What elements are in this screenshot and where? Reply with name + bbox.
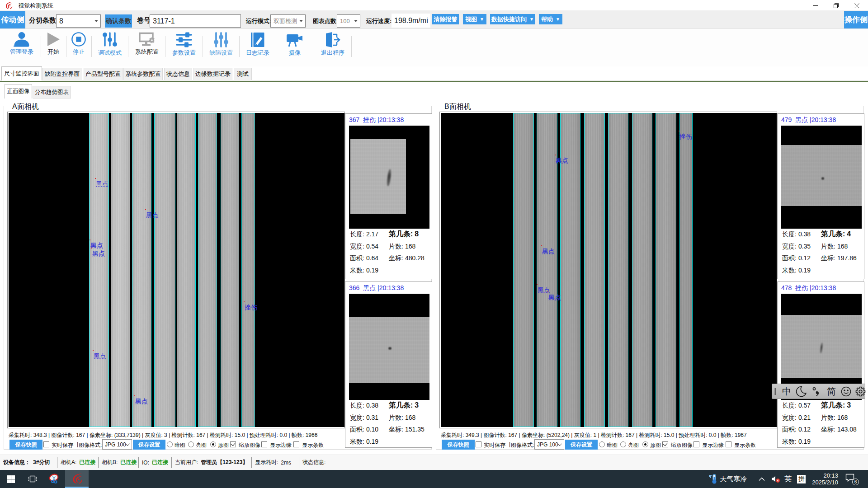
chart-points-select[interactable]: 100 [337,14,360,28]
defect-card-header: 479 黑点 |20:13:38 [781,116,836,124]
smiley-icon[interactable] [841,384,851,399]
toolbar-item-capture[interactable]: 摄像 [279,32,311,61]
main-tab-4[interactable]: 系统参数配置 [123,68,163,80]
task-view-icon [28,475,37,483]
radio-原图[interactable] [210,441,216,447]
defect-image-material [349,317,429,383]
defect-card[interactable]: 367 挫伤 |20:13:38长度:2.17宽度:0.54面积:0.64米数:… [345,113,432,279]
checkbox-显示边缘[interactable] [261,441,267,447]
gear-icon[interactable] [855,384,866,399]
defect-field: 第几条:4 [821,230,851,239]
snipping-tool-button[interactable] [43,470,65,488]
image-format-select[interactable]: JPG 100 [534,439,564,450]
toolbar-item-label: 管理登录 [6,48,38,56]
language-indicator[interactable]: 英 [784,474,792,484]
save-settings-button[interactable]: 保存设置 [565,440,598,450]
simplified-mode[interactable]: 简 [827,384,836,399]
save-snapshot-button[interactable]: 保存快照 [442,440,475,450]
task-view-button[interactable] [22,470,43,488]
speaker-muted-icon[interactable] [771,475,781,483]
checkbox-显示条数[interactable] [293,441,299,447]
weather-text[interactable]: 天气寒冷 [720,475,747,483]
toolbar-item-log-record[interactable]: 日志记录 [242,32,274,61]
main-tab-6[interactable]: 边缘数据记录 [193,68,232,80]
defect-dot [555,155,556,155]
radio-暗图[interactable] [599,441,605,447]
thermometer-icon[interactable] [708,474,718,484]
defect-field: 宽度:0.21 [782,414,811,422]
image-format-select[interactable]: JPG 100 [102,439,132,450]
defect-field: 宽度:0.54 [350,243,378,251]
defect-dot [134,395,135,396]
toolbar-item-stop[interactable]: 停止 [63,32,94,61]
punctuation-icon[interactable] [812,384,820,399]
radio-原图[interactable] [642,441,648,447]
defect-card[interactable]: 478 挫伤 |20:13:38长度:0.57宽度:0.21面积:0.12米数:… [777,282,864,448]
checkbox-缩放图像[interactable] [662,441,668,447]
app-taskbar-button[interactable] [65,470,89,488]
realtime-save-checkbox[interactable] [476,441,481,447]
sub-tab-1[interactable]: 正面图像 [5,84,32,99]
roll-number-input[interactable]: 3117-1 [150,14,241,28]
notification-button[interactable]: 6 [845,474,858,484]
main-tab-5[interactable]: 状态信息 [164,68,192,80]
operator-side-button[interactable]: 操作侧 [844,11,868,28]
toolbar-item-label: 调试模式 [94,49,126,57]
minimize-button[interactable] [805,0,826,11]
save-snapshot-button[interactable]: 保存快照 [9,440,42,450]
taskbar-clock[interactable]: 20:13 2025/2/10 [812,472,838,486]
tab-underline [0,81,868,82]
close-button[interactable] [846,0,867,11]
radio-亮图[interactable] [188,441,194,447]
help-menu-button[interactable]: 帮助▼ [539,14,562,24]
checkbox-显示条数[interactable] [726,441,731,447]
toolbar-item-defect-config[interactable]: 缺陷设置 [205,32,237,61]
defect-card[interactable]: 366 黑点 |20:13:38长度:0.38宽度:0.31面积:0.10米数:… [345,282,432,448]
view-menu-button[interactable]: 视图▼ [463,14,486,24]
strip-6 [198,113,217,427]
camera-image[interactable]: 黑点黑点黑点黑点黑点黑点挫伤 [9,113,344,427]
sub-tab-2[interactable]: 分布趋势图表 [33,86,71,99]
run-speed-label: 运行速度: [366,17,392,25]
start-button[interactable] [0,470,22,488]
restore-button[interactable] [826,0,846,11]
chevron-up-icon[interactable] [759,477,765,481]
slit-count-select[interactable]: 8 [56,14,101,28]
statusbar-item-6: 显示耗时:2ms [252,457,299,468]
realtime-save-checkbox[interactable] [43,441,49,447]
clear-alarm-button[interactable]: 清除报警 [432,14,459,24]
moon-icon[interactable] [796,384,807,399]
toolbar-item-debug-mode[interactable]: 调试模式 [94,32,126,61]
radio-暗图[interactable] [167,441,173,447]
save-settings-button[interactable]: 保存设置 [133,440,165,450]
quick-access-menu-button[interactable]: 数据快捷访问▼ [490,14,535,24]
checkbox-缩放图像[interactable] [230,441,236,447]
radio-亮图[interactable] [620,441,626,447]
toolbar-item-admin-login[interactable]: 管理登录 [6,32,38,61]
main-tab-3[interactable]: 产品型号配置 [84,68,123,80]
ime-mode-box[interactable]: 拼 [797,475,806,483]
realtime-save-label: 实时保存 [484,441,505,449]
toolbar-item-exit-program[interactable]: 退出程序 [317,32,349,61]
defect-image [781,126,862,229]
statusbar-item-1: 设备信息：3#分切 [0,457,57,468]
toolbar-item-param-config[interactable]: 参数设置 [168,32,200,61]
windows-taskbar: 天气寒冷 英 拼 20:13 2025/2/10 6 [0,470,868,488]
red-swoosh-icon [71,473,83,484]
ime-toolbar[interactable]: 中简 [772,384,865,399]
main-tab-2[interactable]: 缺陷监控界面 [42,68,82,80]
drive-side-button[interactable]: 传动侧 [0,11,25,28]
strip-4 [154,113,175,427]
drag-handle-icon[interactable] [774,384,776,399]
checkbox-显示边缘[interactable] [693,441,699,447]
main-tab-7[interactable]: 测试 [234,68,252,80]
camera-image[interactable]: 挫伤黑点黑点黑点黑点 [441,113,777,427]
camera-image-frame: 黑点黑点黑点黑点黑点黑点挫伤 [7,112,345,428]
run-mode-select[interactable]: 双面检测 [270,14,306,28]
toolbar-item-system-config[interactable]: 系统配置 [131,32,163,61]
main-tab-1[interactable]: 尺寸监控界面 [1,66,42,80]
defect-card[interactable]: 479 黑点 |20:13:38长度:0.38宽度:0.35面积:0.12米数:… [777,113,864,279]
confirm-count-button[interactable]: 确认条数 [105,14,132,28]
chinese-mode[interactable]: 中 [782,384,791,399]
defect-field: 坐标:143.08 [821,426,857,434]
